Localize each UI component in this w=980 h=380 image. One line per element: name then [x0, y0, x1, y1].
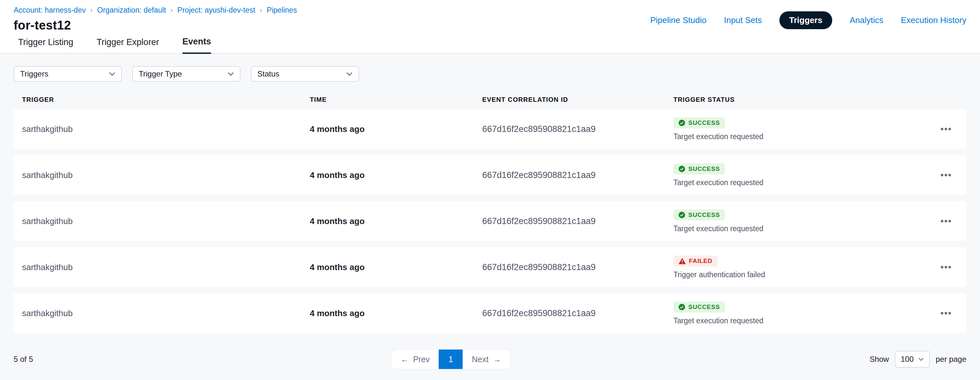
tab-trigger-explorer[interactable]: Trigger Explorer	[97, 37, 159, 53]
status-badge-label: SUCCESS	[688, 303, 720, 311]
status-detail: Target execution requested	[673, 178, 940, 187]
status-badge: SUCCESS	[673, 209, 725, 220]
status-badge: SUCCESS	[673, 302, 725, 313]
event-time: 4 months ago	[310, 308, 482, 318]
breadcrumb-organization-link[interactable]: Organization: default	[97, 6, 166, 14]
correlation-id: 667d16f2ec895908821c1aa9	[482, 216, 673, 226]
status-detail: Trigger authentication failed	[673, 270, 940, 279]
next-page-button[interactable]: Next →	[463, 350, 510, 369]
show-label: Show	[870, 355, 889, 364]
page-title: for-test12	[14, 19, 297, 32]
prev-page-button[interactable]: ← Prev	[391, 350, 439, 369]
trigger-status-cell: SUCCESS Target execution requested	[673, 302, 940, 325]
event-row: sarthakgithub 4 months ago 667d16f2ec895…	[14, 247, 966, 287]
column-header-event-correlation-id: EVENT CORRELATION ID	[482, 96, 673, 104]
breadcrumb: Account: harness-dev › Organization: def…	[14, 6, 297, 14]
success-icon	[679, 212, 685, 218]
chevron-down-icon	[109, 72, 115, 76]
trigger-name: sarthakgithub	[22, 124, 310, 134]
column-header-trigger: TRIGGER	[22, 96, 310, 104]
events-content: Triggers Trigger Type Status TRIGGER TI	[0, 54, 980, 338]
status-badge: SUCCESS	[673, 163, 725, 174]
header-left: Account: harness-dev › Organization: def…	[14, 6, 297, 32]
status-badge-label: SUCCESS	[688, 165, 720, 172]
page-size-value: 100	[900, 355, 913, 364]
row-overflow-menu-button[interactable]: •••	[940, 308, 966, 318]
success-icon	[679, 304, 685, 310]
trigger-name: sarthakgithub	[22, 170, 310, 180]
per-page-label: per page	[935, 355, 966, 364]
event-row: sarthakgithub 4 months ago 667d16f2ec895…	[14, 155, 966, 195]
trigger-name: sarthakgithub	[22, 308, 310, 318]
status-badge-label: SUCCESS	[688, 211, 720, 219]
breadcrumb-separator-icon: ›	[90, 6, 92, 14]
chevron-down-icon	[346, 72, 353, 76]
next-label: Next	[472, 355, 488, 364]
success-icon	[679, 120, 685, 126]
trigger-status-cell: FAILED Trigger authentication failed	[673, 255, 940, 279]
trigger-status-cell: SUCCESS Target execution requested	[673, 163, 940, 187]
status-badge-label: FAILED	[689, 257, 712, 265]
correlation-id: 667d16f2ec895908821c1aa9	[482, 170, 673, 180]
nav-execution-history[interactable]: Execution History	[901, 15, 966, 25]
tab-bar: Trigger Listing Trigger Explorer Events	[0, 32, 980, 54]
events-list: sarthakgithub 4 months ago 667d16f2ec895…	[14, 109, 966, 333]
breadcrumb-account-link[interactable]: Account: harness-dev	[14, 6, 86, 14]
trigger-status-cell: SUCCESS Target execution requested	[673, 209, 940, 233]
triggers-filter-label: Triggers	[20, 69, 48, 78]
event-time: 4 months ago	[310, 170, 482, 180]
column-header-time: TIME	[310, 96, 482, 104]
failed-icon	[679, 258, 686, 264]
column-header-spacer	[940, 96, 966, 104]
page-size-control: Show 100 per page	[870, 351, 966, 368]
breadcrumb-project-link[interactable]: Project: ayushi-dev-test	[177, 6, 255, 14]
right-arrow-icon: →	[493, 355, 501, 364]
nav-triggers[interactable]: Triggers	[780, 11, 832, 29]
breadcrumb-pipelines-link[interactable]: Pipelines	[267, 6, 297, 14]
top-header: Account: harness-dev › Organization: def…	[0, 0, 980, 32]
breadcrumb-separator-icon: ›	[260, 6, 262, 14]
event-time: 4 months ago	[310, 262, 482, 272]
trigger-status-cell: SUCCESS Target execution requested	[673, 117, 940, 141]
status-badge: SUCCESS	[673, 117, 725, 128]
trigger-name: sarthakgithub	[22, 216, 310, 226]
chevron-down-icon	[228, 72, 234, 76]
trigger-type-filter-select[interactable]: Trigger Type	[132, 66, 240, 82]
row-overflow-menu-button[interactable]: •••	[940, 216, 966, 226]
event-row: sarthakgithub 4 months ago 667d16f2ec895…	[14, 109, 966, 149]
status-badge: FAILED	[673, 255, 718, 267]
correlation-id: 667d16f2ec895908821c1aa9	[482, 262, 673, 272]
status-badge-label: SUCCESS	[688, 119, 720, 126]
page-size-select[interactable]: 100	[895, 351, 930, 368]
status-detail: Target execution requested	[673, 316, 940, 325]
row-overflow-menu-button[interactable]: •••	[940, 262, 966, 272]
result-count: 5 of 5	[14, 355, 33, 364]
pipeline-nav: Pipeline Studio Input Sets Triggers Anal…	[651, 11, 967, 29]
chevron-down-icon	[918, 358, 924, 361]
triggers-filter-select[interactable]: Triggers	[14, 66, 122, 82]
pager: ← Prev 1 Next →	[391, 350, 511, 369]
left-arrow-icon: ←	[401, 355, 409, 364]
nav-pipeline-studio[interactable]: Pipeline Studio	[651, 15, 706, 25]
trigger-type-filter-label: Trigger Type	[139, 69, 182, 78]
page-number-button[interactable]: 1	[439, 350, 463, 369]
table-header-row: TRIGGER TIME EVENT CORRELATION ID TRIGGE…	[14, 96, 966, 104]
nav-analytics[interactable]: Analytics	[850, 15, 883, 25]
status-filter-select[interactable]: Status	[251, 66, 359, 82]
row-overflow-menu-button[interactable]: •••	[940, 170, 966, 180]
event-time: 4 months ago	[310, 216, 482, 226]
filter-bar: Triggers Trigger Type Status	[14, 66, 966, 82]
pagination-bar: 5 of 5 ← Prev 1 Next → Show 100 per page	[0, 338, 980, 380]
event-row: sarthakgithub 4 months ago 667d16f2ec895…	[14, 201, 966, 241]
tab-trigger-listing[interactable]: Trigger Listing	[18, 37, 73, 53]
event-time: 4 months ago	[310, 124, 482, 134]
breadcrumb-separator-icon: ›	[170, 6, 173, 14]
row-overflow-menu-button[interactable]: •••	[940, 124, 966, 134]
event-row: sarthakgithub 4 months ago 667d16f2ec895…	[14, 294, 966, 333]
trigger-name: sarthakgithub	[22, 262, 310, 272]
status-detail: Target execution requested	[673, 224, 940, 233]
nav-input-sets[interactable]: Input Sets	[724, 15, 762, 25]
tab-events[interactable]: Events	[183, 37, 211, 54]
status-detail: Target execution requested	[673, 132, 940, 141]
column-header-trigger-status: TRIGGER STATUS	[673, 96, 940, 104]
